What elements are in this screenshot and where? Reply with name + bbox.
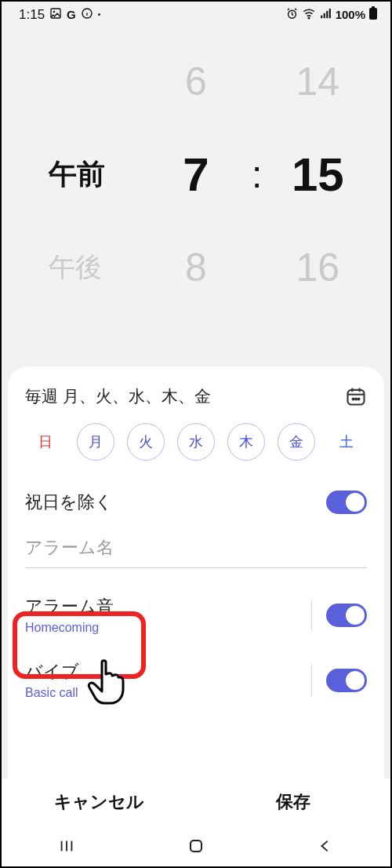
svg-rect-20 (191, 841, 201, 852)
svg-rect-13 (348, 390, 365, 405)
day-tue[interactable]: 火 (127, 423, 165, 461)
time-colon: : (245, 153, 269, 196)
hour-selected[interactable]: 7 (147, 148, 245, 202)
days-row: 日 月 火 水 木 金 土 (25, 423, 367, 461)
svg-point-6 (308, 17, 310, 19)
status-time: 1:15 (19, 7, 45, 23)
svg-rect-0 (51, 9, 60, 18)
alarm-sound-toggle[interactable] (326, 604, 367, 627)
status-left: 1:15 G • (19, 7, 100, 23)
minute-next: 16 (269, 245, 367, 290)
vibration-row[interactable]: バイブ Basic call (25, 647, 367, 713)
svg-point-14 (353, 399, 354, 400)
alarm-sound-row[interactable]: アラーム音 Homecoming (25, 582, 367, 647)
day-mon[interactable]: 月 (77, 423, 114, 461)
day-fri[interactable]: 金 (278, 423, 315, 461)
exclude-holidays-toggle[interactable] (326, 491, 367, 514)
signal-icon (319, 7, 332, 23)
svg-rect-9 (326, 10, 328, 17)
svg-rect-8 (323, 13, 325, 17)
battery-percent: 100% (336, 8, 365, 21)
vibration-toggle[interactable] (326, 669, 367, 692)
svg-point-16 (358, 399, 360, 400)
svg-point-1 (53, 11, 56, 13)
svg-rect-11 (369, 8, 377, 20)
android-nav-bar (2, 826, 390, 866)
svg-rect-7 (321, 15, 322, 18)
settings-card: 毎週 月、火、水、木、金 日 月 火 水 木 金 土 祝日を除く アラーム名 ア… (8, 367, 384, 779)
save-button[interactable]: 保存 (196, 779, 390, 826)
dot-icon: • (98, 10, 101, 19)
day-sat[interactable]: 土 (328, 423, 365, 461)
status-right: 100% (285, 6, 378, 23)
alarm-name-placeholder: アラーム名 (25, 536, 367, 568)
svg-point-15 (355, 399, 357, 400)
ampm-next[interactable]: 午後 (25, 250, 147, 286)
alarm-name-input[interactable]: アラーム名 (25, 536, 367, 568)
time-picker[interactable]: 6 : 14 午前 7 : 15 午後 8 : 16 (2, 27, 390, 330)
svg-rect-10 (328, 9, 330, 18)
exclude-holidays-label: 祝日を除く (25, 491, 113, 514)
recents-button[interactable] (31, 837, 102, 855)
alarm-icon (285, 7, 299, 23)
google-icon: G (67, 8, 76, 21)
wifi-icon (302, 6, 316, 23)
calendar-icon[interactable] (345, 385, 367, 407)
info-icon (81, 7, 93, 22)
image-icon (49, 7, 62, 22)
ampm-selected[interactable]: 午前 (25, 155, 147, 194)
svg-rect-12 (372, 6, 375, 9)
day-wed[interactable]: 水 (177, 423, 215, 461)
cancel-button[interactable]: キャンセル (2, 779, 196, 826)
back-button[interactable] (290, 837, 361, 855)
day-sun[interactable]: 日 (27, 423, 64, 461)
minute-prev: 14 (269, 59, 367, 104)
day-thu[interactable]: 木 (227, 423, 265, 461)
minute-selected[interactable]: 15 (269, 148, 367, 202)
bottom-buttons: キャンセル 保存 (2, 779, 390, 826)
hour-next: 8 (147, 245, 245, 290)
status-bar: 1:15 G • 100% (2, 2, 390, 27)
home-button[interactable] (161, 837, 231, 855)
schedule-summary[interactable]: 毎週 月、火、水、木、金 (25, 385, 211, 407)
hour-prev: 6 (147, 59, 245, 104)
battery-icon (368, 6, 378, 23)
